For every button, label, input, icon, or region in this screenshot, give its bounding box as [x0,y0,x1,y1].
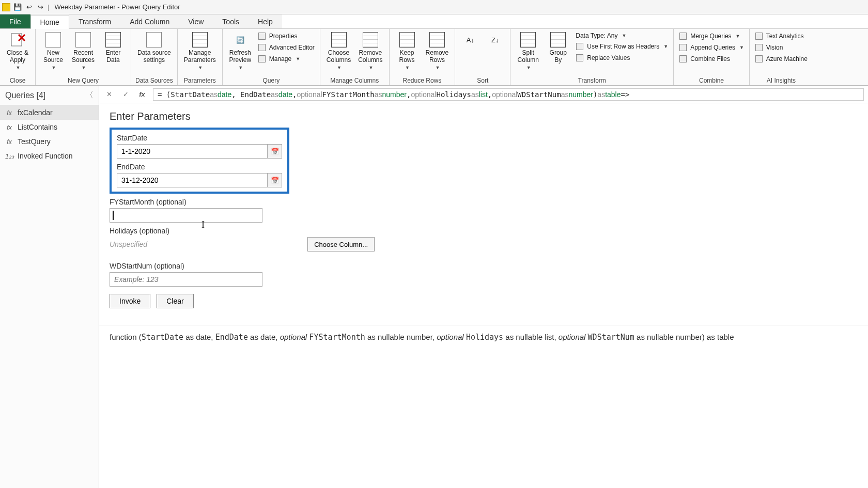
ribbon-group-transform-label: Transform [514,76,670,85]
close-apply-button[interactable]: Close & Apply▼ [3,30,32,71]
startdate-calendar-button[interactable]: 📅 [268,144,282,159]
chevron-down-icon: ▼ [238,65,243,70]
text-analytics-button[interactable]: Text Analytics [753,31,810,41]
ribbon-group-parameters: Manage Parameters▼ Parameters [178,29,223,85]
enddate-calendar-button[interactable]: 📅 [268,173,282,187]
choose-column-button[interactable]: Choose Column... [307,237,375,251]
undo-icon[interactable]: ↩ [25,3,33,11]
wdstartnum-input[interactable] [110,272,262,287]
keep-rows-button[interactable]: Keep Rows▼ [393,30,422,71]
recent-sources-icon [74,31,92,49]
sidebar-item-invoked-function[interactable]: 1₂₃Invoked Function [0,149,99,163]
ribbon-group-new-query-label: New Query [39,76,128,85]
sidebar-item-label: Invoked Function [18,152,73,160]
sort-asc-button[interactable]: A↓ [458,30,482,50]
enter-data-label: Enter Data [106,50,121,64]
ribbon-group-reduce-rows-label: Reduce Rows [393,76,452,85]
split-column-button[interactable]: Split Column▼ [514,30,542,71]
ribbon-group-close-label: Close [3,76,32,85]
ribbon-group-manage-columns-label: Manage Columns [323,76,386,85]
main-panel: ✕ ✓ fx = (StartDate as date, EndDate as … [99,86,868,488]
manage-parameters-button[interactable]: Manage Parameters▼ [181,30,219,71]
sidebar-item-listcontains[interactable]: fxListContains [0,120,99,134]
fystartmonth-input[interactable] [110,208,262,223]
tab-add-column[interactable]: Add Column [120,14,179,28]
enddate-input[interactable] [117,173,268,187]
cancel-formula-button[interactable]: ✕ [103,89,115,100]
first-row-headers-label: Use First Row as Headers [587,43,659,50]
chevron-down-icon: ▼ [337,65,342,70]
ribbon-group-data-sources: Data source settings Data Sources [131,29,178,85]
invoke-button[interactable]: Invoke [110,294,150,308]
data-type-button[interactable]: Data Type: Any▼ [574,31,670,40]
enter-data-button[interactable]: Enter Data [99,30,128,65]
startdate-input[interactable] [117,144,268,159]
refresh-preview-button[interactable]: 🔄Refresh Preview▼ [226,30,255,71]
sidebar-item-testquery[interactable]: fxTestQuery [0,134,99,149]
sort-desc-button[interactable]: Z↓ [483,30,507,50]
ribbon-group-query-label: Query [226,76,317,85]
sidebar-item-fxcalendar[interactable]: fxfxCalendar [0,105,99,120]
content-area: Queries [4] 〈 fxfxCalendarfxListContains… [0,86,868,488]
combine-files-button[interactable]: Combine Files [677,54,746,64]
collapse-sidebar-icon[interactable]: 〈 [85,90,94,101]
query-type-icon: fx [5,109,13,117]
wdstartnum-block: WDStartNum (optional) [110,262,858,287]
tab-view[interactable]: View [179,14,213,28]
choose-columns-label: Choose Columns [327,50,351,64]
commit-formula-button[interactable]: ✓ [120,89,131,100]
sig-enddate: EndDate [215,333,248,342]
advanced-editor-icon [258,43,266,52]
keep-rows-label: Keep Rows [399,50,415,64]
chevron-down-icon: ▼ [82,65,86,70]
data-source-settings-button[interactable]: Data source settings [134,30,174,65]
queries-sidebar: Queries [4] 〈 fxfxCalendarfxListContains… [0,86,99,488]
new-source-icon [44,31,62,49]
replace-values-label: Replace Values [587,54,630,61]
clear-button[interactable]: Clear [157,294,193,308]
advanced-editor-button[interactable]: Advanced Editor [256,42,317,53]
titlebar-separator: | [48,3,49,11]
startdate-block: StartDate 📅 [117,134,282,159]
replace-values-icon [576,54,584,62]
chevron-down-icon: ▼ [52,65,56,70]
append-queries-button[interactable]: Append Queries▼ [677,42,746,53]
tab-help[interactable]: Help [249,14,282,28]
formula-input[interactable]: = (StartDate as date, EndDate as date, o… [153,88,864,101]
remove-rows-button[interactable]: Remove Rows▼ [423,30,452,71]
properties-button[interactable]: Properties [256,31,317,41]
group-by-button[interactable]: Group By [544,30,572,65]
merge-queries-button[interactable]: Merge Queries▼ [677,31,746,41]
ribbon-group-manage-columns: Choose Columns▼ Remove Columns▼ Manage C… [320,29,390,85]
fx-icon[interactable]: fx [136,89,148,100]
save-icon[interactable]: 💾 [13,3,22,11]
recent-sources-button[interactable]: Recent Sources▼ [69,30,98,71]
holidays-label: Holidays (optional) [110,227,858,235]
choose-columns-button[interactable]: Choose Columns▼ [323,30,354,71]
sidebar-item-label: fxCalendar [18,108,53,117]
new-source-button[interactable]: New Source▼ [39,30,68,71]
replace-values-button[interactable]: Replace Values [574,53,670,63]
split-column-icon [519,31,537,49]
tab-home[interactable]: Home [30,15,69,29]
vision-button[interactable]: Vision [753,42,810,53]
ribbon-group-ai-insights: Text Analytics Vision Azure Machine AI I… [750,29,813,85]
query-type-icon: fx [5,123,13,131]
remove-rows-icon [428,31,446,49]
redo-icon[interactable]: ↪ [36,3,44,11]
window-title: Weekday Parameter - Power Query Editor [54,3,180,11]
window-titlebar: 💾 ↩ ↪ | Weekday Parameter - Power Query … [0,0,868,14]
sidebar-item-label: ListContains [18,123,57,131]
close-apply-label: Close & Apply [7,50,28,64]
app-logo-icon [2,3,10,11]
remove-columns-button[interactable]: Remove Columns▼ [355,30,385,71]
manage-button[interactable]: Manage▼ [256,54,317,64]
first-row-headers-button[interactable]: Use First Row as Headers▼ [574,41,670,52]
azure-ml-label: Azure Machine [766,55,808,62]
azure-ml-button[interactable]: Azure Machine [753,54,810,64]
sidebar-item-label: TestQuery [18,137,51,146]
chevron-down-icon: ▼ [739,45,744,50]
tab-file[interactable]: File [0,14,30,28]
tab-transform[interactable]: Transform [69,14,120,28]
tab-tools[interactable]: Tools [213,14,249,28]
